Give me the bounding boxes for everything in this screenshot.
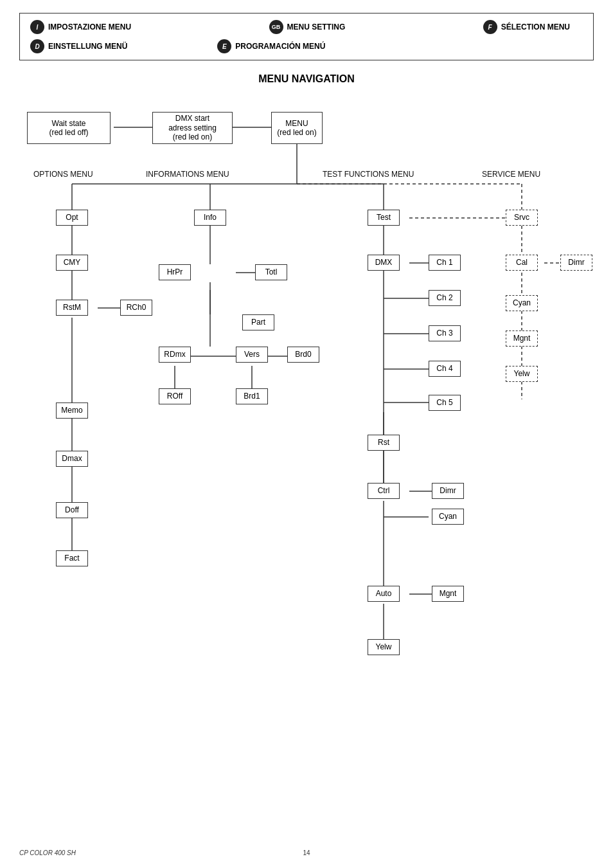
node-wait-state: Wait state (red led off) bbox=[27, 112, 111, 144]
node-cyan-svc: Cyan bbox=[506, 295, 538, 311]
node-ch3: Ch 3 bbox=[429, 325, 461, 341]
header-item-GB: GB MENU SETTING bbox=[269, 19, 359, 35]
node-dmx-start: DMX start adress setting (red led on) bbox=[152, 112, 233, 144]
header-bar: I IMPOSTAZIONE MENU GB MENU SETTING F SÉ… bbox=[19, 13, 594, 60]
footer-center: 14 bbox=[19, 849, 594, 856]
node-roff: ROff bbox=[159, 388, 191, 404]
node-ctrl: Ctrl bbox=[368, 483, 400, 499]
col-label-test: TEST FUNCTIONS MENU bbox=[323, 170, 414, 179]
node-dimr-ctrl: Dimr bbox=[432, 483, 464, 499]
node-yelw-auto: Yelw bbox=[368, 639, 400, 655]
header-label-D: EINSTELLUNG MENÜ bbox=[48, 42, 127, 51]
node-doff: Doff bbox=[56, 502, 88, 518]
header-label-GB: MENU SETTING bbox=[287, 23, 346, 32]
lang-badge-E: E bbox=[217, 39, 231, 53]
node-totl: Totl bbox=[255, 264, 287, 280]
col-label-options: OPTIONS MENU bbox=[33, 170, 93, 179]
node-cal: Cal bbox=[506, 255, 538, 271]
node-dmax: Dmax bbox=[56, 451, 88, 467]
node-cmy: CMY bbox=[56, 255, 88, 271]
node-ch4: Ch 4 bbox=[429, 361, 461, 377]
node-rch0: RCh0 bbox=[120, 300, 152, 316]
node-ch2: Ch 2 bbox=[429, 290, 461, 306]
diagram: OPTIONS MENU INFORMATIONS MENU TEST FUNC… bbox=[21, 100, 592, 718]
node-brd0: Brd0 bbox=[287, 347, 319, 363]
node-brd1: Brd1 bbox=[236, 388, 268, 404]
node-auto: Auto bbox=[368, 586, 400, 602]
node-fact: Fact bbox=[56, 550, 88, 566]
lang-badge-D: D bbox=[30, 39, 44, 53]
header-item-E: E PROGRAMACIÓN MENÚ bbox=[217, 38, 338, 55]
nav-title: MENU NAVIGATION bbox=[19, 73, 594, 85]
node-dmx: DMX bbox=[368, 255, 400, 271]
header-item-D: D EINSTELLUNG MENÜ bbox=[30, 38, 140, 55]
node-vers: Vers bbox=[236, 347, 268, 363]
header-label-I: IMPOSTAZIONE MENU bbox=[48, 23, 131, 32]
node-dimr-svc: Dimr bbox=[560, 255, 592, 271]
header-item-F: F SÉLECTION MENU bbox=[483, 19, 583, 35]
node-part: Part bbox=[242, 314, 274, 330]
footer: CP COLOR 400 SH 14 bbox=[19, 849, 594, 856]
header-label-E: PROGRAMACIÓN MENÚ bbox=[235, 42, 325, 51]
lang-badge-F: F bbox=[483, 20, 497, 34]
col-label-info: INFORMATIONS MENU bbox=[146, 170, 229, 179]
node-yelw-svc: Yelw bbox=[506, 366, 538, 382]
header-row2: D EINSTELLUNG MENÜ E PROGRAMACIÓN MENÚ bbox=[30, 38, 583, 55]
col-label-service: SERVICE MENU bbox=[482, 170, 540, 179]
node-cyan-ctrl: Cyan bbox=[432, 509, 464, 525]
node-ch1: Ch 1 bbox=[429, 255, 461, 271]
page: I IMPOSTAZIONE MENU GB MENU SETTING F SÉ… bbox=[0, 0, 613, 868]
node-rdmx: RDmx bbox=[159, 347, 191, 363]
lang-badge-I: I bbox=[30, 20, 44, 34]
node-mgnt-auto: Mgnt bbox=[432, 586, 464, 602]
header-row1: I IMPOSTAZIONE MENU GB MENU SETTING F SÉ… bbox=[30, 19, 583, 35]
node-opt: Opt bbox=[56, 210, 88, 226]
node-hrpr: HrPr bbox=[159, 264, 191, 280]
node-menu: MENU (red led on) bbox=[271, 112, 323, 144]
node-info: Info bbox=[194, 210, 226, 226]
node-rstm: RstM bbox=[56, 300, 88, 316]
node-rst: Rst bbox=[368, 435, 400, 451]
header-item-I: I IMPOSTAZIONE MENU bbox=[30, 19, 144, 35]
node-ch5: Ch 5 bbox=[429, 395, 461, 411]
node-srvc: Srvc bbox=[506, 210, 538, 226]
header-label-F: SÉLECTION MENU bbox=[501, 23, 570, 32]
lang-badge-GB: GB bbox=[269, 20, 283, 34]
node-test: Test bbox=[368, 210, 400, 226]
node-mgnt-svc: Mgnt bbox=[506, 330, 538, 347]
diagram-lines bbox=[21, 100, 592, 718]
node-memo: Memo bbox=[56, 402, 88, 419]
